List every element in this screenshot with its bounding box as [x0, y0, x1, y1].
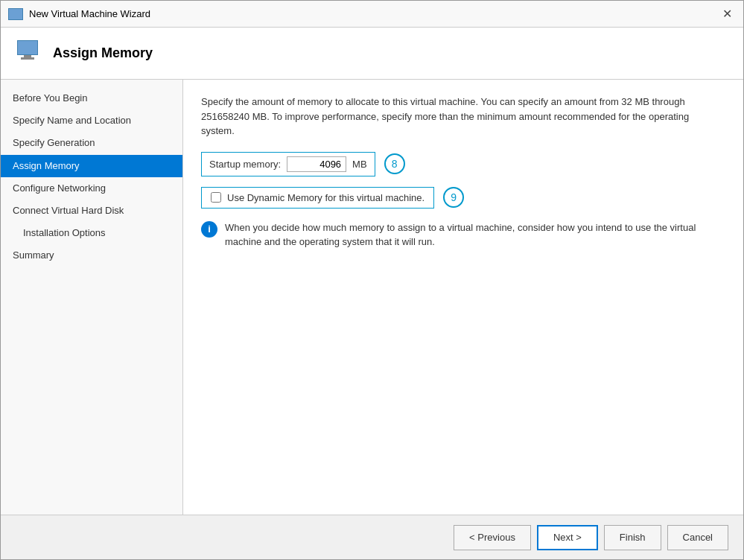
description-text: Specify the amount of memory to allocate…: [201, 95, 708, 139]
dynamic-memory-box: Use Dynamic Memory for this virtual mach…: [201, 187, 434, 209]
sidebar-item-installation-options[interactable]: Installation Options: [1, 222, 182, 244]
info-box: i When you decide how much memory to ass…: [201, 220, 708, 249]
sidebar-item-specify-generation[interactable]: Specify Generation: [1, 132, 182, 154]
main-content: Specify the amount of memory to allocate…: [183, 80, 743, 515]
dynamic-memory-label: Use Dynamic Memory for this virtual mach…: [227, 192, 425, 203]
content-area: Before You Begin Specify Name and Locati…: [1, 80, 743, 515]
dynamic-memory-row: Use Dynamic Memory for this virtual mach…: [201, 187, 725, 209]
sidebar: Before You Begin Specify Name and Locati…: [1, 80, 183, 515]
previous-button[interactable]: < Previous: [454, 525, 531, 550]
sidebar-item-before-you-begin[interactable]: Before You Begin: [1, 87, 182, 109]
startup-memory-box: Startup memory: MB: [201, 152, 375, 176]
window-title: New Virtual Machine Wizard: [29, 8, 718, 19]
sidebar-item-specify-name[interactable]: Specify Name and Location: [1, 109, 182, 132]
sidebar-item-connect-hard-disk[interactable]: Connect Virtual Hard Disk: [1, 200, 182, 222]
sidebar-item-configure-networking[interactable]: Configure Networking: [1, 177, 182, 200]
info-icon: i: [201, 221, 217, 238]
wizard-window: New Virtual Machine Wizard ✕ Assign Memo…: [0, 0, 744, 560]
header-section: Assign Memory: [1, 28, 743, 80]
startup-memory-row: Startup memory: MB 8: [201, 152, 725, 176]
startup-memory-unit: MB: [352, 159, 367, 170]
dynamic-memory-checkbox[interactable]: [211, 192, 221, 203]
title-bar: New Virtual Machine Wizard ✕: [1, 1, 743, 28]
next-button[interactable]: Next >: [537, 525, 598, 550]
info-text: When you decide how much memory to assig…: [225, 220, 708, 249]
finish-button[interactable]: Finish: [604, 525, 661, 550]
step-badge-8: 8: [384, 153, 405, 174]
startup-memory-label: Startup memory:: [209, 159, 281, 170]
sidebar-item-assign-memory[interactable]: Assign Memory: [1, 155, 182, 177]
footer: < Previous Next > Finish Cancel: [1, 515, 743, 559]
close-button[interactable]: ✕: [718, 5, 736, 23]
step-badge-9: 9: [443, 187, 464, 208]
header-vm-icon: [16, 40, 42, 67]
window-icon: [8, 8, 23, 20]
cancel-button[interactable]: Cancel: [667, 525, 728, 550]
sidebar-item-summary[interactable]: Summary: [1, 244, 182, 267]
header-title: Assign Memory: [53, 45, 153, 61]
startup-memory-input[interactable]: [287, 156, 346, 172]
